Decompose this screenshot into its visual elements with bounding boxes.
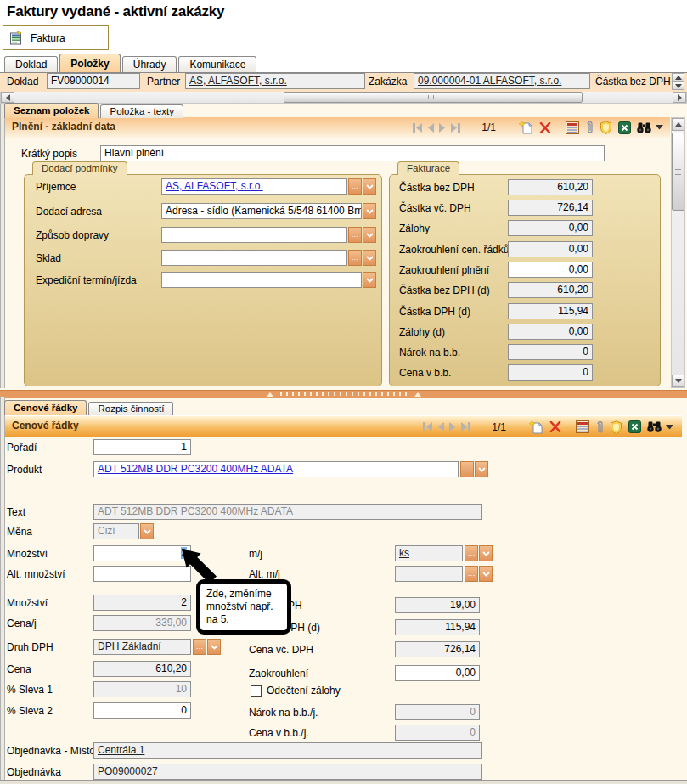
zpusob-dopravy-dropdown-button[interactable] <box>363 227 376 243</box>
lower-panel-left-grip[interactable] <box>0 397 5 780</box>
produkt-link[interactable]: ADT 512MB DDR PC3200 400MHz ADATA <box>98 463 293 475</box>
objednavka-misto-field: Centrála 1 <box>93 742 482 759</box>
last-record-button[interactable] <box>460 422 471 431</box>
faktura-button[interactable]: Faktura <box>3 25 109 50</box>
attachment-paperclip-icon[interactable] <box>585 121 594 134</box>
fakturace-row-value: 610,20 <box>508 282 593 298</box>
produkt-dropdown-button[interactable] <box>475 461 488 477</box>
kratky-popis-input[interactable]: Hlavní plnění <box>100 145 605 161</box>
excel-export-icon[interactable] <box>618 121 631 134</box>
alt-mnozstvi-input[interactable] <box>93 566 191 582</box>
prijemce-dropdown-button[interactable] <box>363 178 376 195</box>
first-record-button[interactable] <box>422 422 433 431</box>
security-shield-icon[interactable] <box>610 420 622 434</box>
partner-link[interactable]: AS, ALFASOFT, s.r.o. <box>189 75 287 87</box>
zpusob-dopravy-input[interactable] <box>161 227 347 243</box>
objednavka-link[interactable]: PO09000027 <box>98 765 158 777</box>
poradi-label: Pořadí <box>7 440 37 456</box>
hscroll-left-button[interactable] <box>1 92 14 103</box>
alt-mj-dropdown-button[interactable] <box>479 566 493 582</box>
new-record-icon[interactable] <box>519 121 533 134</box>
table-view-icon[interactable] <box>576 420 589 433</box>
partner-label: Partner <box>147 74 180 90</box>
tab-seznam-polozek[interactable]: Seznam položek <box>4 103 99 118</box>
search-dropdown-icon[interactable] <box>666 425 673 430</box>
odecteni-zalohy-checkbox[interactable] <box>251 685 262 697</box>
splitter-grip <box>280 392 408 396</box>
sleva2-label: % Sleva 2 <box>7 703 53 719</box>
mj-browse-button[interactable]: … <box>465 545 478 561</box>
tab-komunikace[interactable]: Komunikace <box>178 56 256 72</box>
hscroll-thumb[interactable] <box>284 92 583 103</box>
last-record-button[interactable] <box>450 123 461 133</box>
objednavka-label: Objednávka <box>7 764 61 781</box>
pane-splitter[interactable] <box>0 390 687 398</box>
mj-label: m/j <box>249 546 262 562</box>
expedicni-input[interactable] <box>161 272 362 288</box>
fakturace-row-label: Zálohy (d) <box>399 324 445 341</box>
alt-mj-browse-button[interactable]: … <box>465 566 478 582</box>
mnozstvi-label: Množství <box>7 546 48 562</box>
tab-rozpis-cinnosti[interactable]: Rozpis činností <box>88 402 173 415</box>
tab-uhrady[interactable]: Úhrady <box>122 56 177 72</box>
table-view-icon[interactable] <box>566 121 579 134</box>
search-binoculars-icon[interactable] <box>647 421 662 432</box>
odecteni-zalohy-label: Odečtení zálohy <box>267 683 341 699</box>
sklad-browse-button[interactable]: … <box>348 250 362 266</box>
prijemce-browse-button[interactable]: … <box>348 178 362 195</box>
docbar-scroll-up-button[interactable] <box>672 73 684 82</box>
next-record-button[interactable] <box>438 123 447 133</box>
fakturace-row-value: 0,00 <box>508 220 593 236</box>
mj-link[interactable]: ks <box>399 547 409 559</box>
attachment-paperclip-icon[interactable] <box>595 420 604 434</box>
fakturace-row-value: 0,00 <box>508 241 593 257</box>
app-window: Faktury vydané - aktivní zakázky Faktura… <box>0 0 687 784</box>
druh-dph-dropdown-button[interactable] <box>207 639 221 655</box>
new-record-icon[interactable] <box>529 420 543 434</box>
produkt-input[interactable]: ADT 512MB DDR PC3200 400MHz ADATA <box>93 461 459 477</box>
security-shield-icon[interactable] <box>600 121 612 134</box>
druh-dph-link[interactable]: DPH Základní <box>98 640 161 652</box>
first-record-button[interactable] <box>412 123 423 133</box>
sklad-input[interactable] <box>161 250 347 266</box>
delete-record-icon[interactable] <box>539 122 551 133</box>
upper-panel-left-grip[interactable] <box>0 104 5 388</box>
sklad-dropdown-button[interactable] <box>363 250 376 266</box>
docbar-scroll-down-button[interactable] <box>672 82 684 90</box>
objednavka-misto-link[interactable]: Centrála 1 <box>98 744 144 756</box>
vscroll-down-button[interactable] <box>672 375 684 387</box>
tab-polozky[interactable]: Položky <box>59 54 120 72</box>
excel-export-icon[interactable] <box>628 420 641 433</box>
previous-record-button[interactable] <box>426 123 435 133</box>
prijemce-link[interactable]: AS, ALFASOFT, s.r.o. <box>166 180 263 192</box>
dodaci-adresa-dropdown-button[interactable] <box>363 203 376 219</box>
druh-dph-browse-button[interactable]: … <box>193 639 206 655</box>
dodaci-adresa-input[interactable]: Adresa - sídlo (Kamenická 5/548 61400 Br… <box>161 203 362 219</box>
tab-polozka-texty[interactable]: Položka - texty <box>100 104 183 118</box>
search-dropdown-icon[interactable] <box>656 125 663 130</box>
zakazka-link[interactable]: 09.000004-01 ALFASOFT, s.r.o. <box>418 75 561 87</box>
zaokrouhleni-input[interactable]: 0,00 <box>395 665 480 681</box>
next-record-button[interactable] <box>448 422 457 431</box>
fakturace-row-label: Zaokrouhlení plnění <box>399 262 489 279</box>
mena-dropdown-button[interactable] <box>140 523 154 539</box>
produkt-browse-button[interactable]: … <box>460 461 474 477</box>
search-binoculars-icon[interactable] <box>637 122 651 133</box>
delete-record-icon[interactable] <box>549 421 561 432</box>
vscroll-up-button[interactable] <box>672 118 684 131</box>
vscroll-thumb[interactable] <box>672 133 684 211</box>
mj-dropdown-button[interactable] <box>479 545 493 561</box>
tab-doklad[interactable]: Doklad <box>4 56 58 72</box>
tab-cenove-radky[interactable]: Cenové řádky <box>4 400 87 415</box>
fakturace-row-value: 610,20 <box>508 179 593 195</box>
zaokrouhleni-plneni-input[interactable]: 0,00 <box>508 262 593 278</box>
hscroll-right-button[interactable] <box>673 92 686 103</box>
mena-label: Měna <box>7 524 32 540</box>
previous-record-button[interactable] <box>436 422 445 431</box>
zpusob-dopravy-browse-button[interactable]: … <box>348 227 362 243</box>
mnozstvi-input[interactable]: 2 <box>93 545 191 561</box>
prijemce-input[interactable]: AS, ALFASOFT, s.r.o. <box>161 178 347 195</box>
poradi-input[interactable]: 1 <box>93 439 191 455</box>
sleva2-input[interactable]: 0 <box>93 702 191 719</box>
expedicni-dropdown-button[interactable] <box>363 272 376 288</box>
